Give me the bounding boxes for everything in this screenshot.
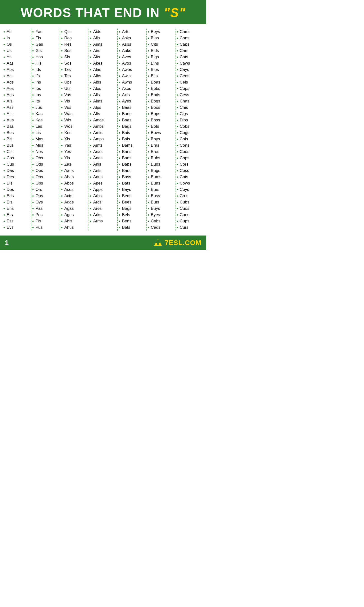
bullet-icon: •	[61, 118, 63, 123]
list-item: •Buns	[148, 180, 174, 186]
word-text: Alls	[93, 92, 100, 97]
list-item: •Cors	[176, 161, 203, 168]
word-text: Ales	[93, 86, 101, 91]
list-item: •Cels	[176, 79, 203, 85]
bullet-icon: •	[90, 111, 91, 117]
list-item: •Cues	[176, 212, 203, 218]
word-text: Des	[7, 175, 14, 179]
bullet-icon: •	[119, 168, 120, 173]
bullet-icon: •	[119, 200, 120, 205]
list-item: •Arks	[90, 212, 117, 218]
list-item: •Pas	[32, 205, 59, 212]
bullet-icon: •	[148, 48, 149, 53]
list-item: •Coss	[176, 168, 203, 174]
list-item: •Alms	[90, 98, 117, 105]
word-text: Acs	[7, 74, 13, 79]
word-text: Akes	[93, 61, 102, 66]
bullet-icon: •	[32, 118, 34, 123]
bullet-icon: •	[3, 55, 5, 60]
list-item: •Cats	[176, 54, 203, 60]
bullet-icon: •	[176, 212, 178, 218]
bullet-icon: •	[32, 212, 34, 218]
bullet-icon: •	[3, 118, 5, 123]
bullet-icon: •	[176, 86, 178, 91]
bullet-icon: •	[61, 219, 63, 224]
bullet-icon: •	[3, 143, 5, 148]
bullet-icon: •	[90, 105, 91, 110]
list-item: •Acts	[61, 193, 88, 199]
word-text: Bins	[151, 61, 159, 66]
word-text: Ats	[7, 111, 13, 116]
list-item: •Bubs	[148, 155, 174, 161]
list-item: •Ares	[90, 205, 117, 212]
word-text: Amas	[93, 118, 104, 123]
word-text: Alds	[93, 80, 101, 85]
bullet-icon: •	[148, 118, 149, 123]
word-text: His	[35, 61, 41, 66]
word-text: Beds	[122, 194, 131, 198]
word-text: Boos	[151, 105, 160, 110]
list-item: •Cits	[148, 41, 174, 48]
bullet-icon: •	[119, 86, 120, 91]
list-item: •Ahis	[61, 218, 88, 224]
bullet-icon: •	[61, 175, 63, 180]
list-item: •Amps	[90, 136, 117, 142]
list-item: •Cess	[176, 92, 203, 98]
list-item: •Bobs	[148, 85, 174, 92]
bullet-icon: •	[148, 55, 149, 60]
list-item: •Pes	[32, 212, 59, 218]
bullet-icon: •	[32, 80, 34, 85]
bullet-icon: •	[119, 194, 120, 198]
word-text: Was	[64, 111, 72, 116]
list-item: •Bads	[119, 111, 145, 117]
bullet-icon: •	[61, 137, 63, 142]
word-text: Das	[7, 168, 14, 173]
list-item: •Aas	[3, 60, 30, 66]
list-item: •Yis	[61, 155, 88, 161]
bullet-icon: •	[90, 48, 91, 53]
bullet-icon: •	[32, 175, 34, 180]
bullet-icon: •	[3, 61, 5, 66]
word-text: Cogs	[180, 130, 189, 135]
bullet-icon: •	[32, 194, 34, 198]
list-item: •Buss	[148, 193, 174, 199]
list-item: •Anes	[90, 155, 117, 161]
bullet-icon: •	[61, 149, 63, 154]
word-text: Ares	[93, 206, 102, 211]
header: WORDS THAT END IN "S"	[0, 0, 206, 24]
word-text: Wis	[64, 118, 71, 123]
word-text: Bars	[122, 168, 130, 173]
list-item: •Amts	[90, 142, 117, 149]
list-item: •Las	[32, 123, 59, 130]
word-text: Arcs	[93, 200, 102, 205]
list-item: •Bods	[148, 92, 174, 98]
footer-page: 1	[5, 239, 9, 247]
word-text: Asps	[122, 42, 131, 47]
list-item: •Cogs	[176, 130, 203, 136]
list-item: •Cos	[3, 155, 30, 161]
word-text: Vis	[64, 99, 70, 104]
bullet-icon: •	[61, 124, 63, 129]
word-text: Aims	[93, 42, 102, 47]
word-text: Sos	[64, 61, 71, 66]
list-item: •Asks	[119, 35, 145, 41]
list-item: •Bias	[148, 35, 174, 41]
list-item: •Ras	[61, 35, 88, 41]
word-text: Oes	[35, 168, 43, 173]
list-item: •Awls	[119, 73, 145, 79]
list-item: •Bams	[119, 142, 145, 149]
bullet-icon: •	[32, 143, 34, 148]
word-text: Bans	[122, 149, 131, 154]
word-text: Coys	[180, 187, 189, 192]
word-text: Ips	[35, 92, 41, 97]
list-item: •Lis	[32, 130, 59, 136]
list-item: •Anis	[90, 161, 117, 168]
word-text: Uts	[64, 86, 71, 91]
word-text: Alps	[93, 105, 101, 110]
bullet-icon: •	[176, 137, 178, 142]
bullet-icon: •	[32, 74, 34, 79]
bullet-icon: •	[119, 61, 120, 66]
bullet-icon: •	[61, 61, 63, 66]
list-item: •Pus	[32, 224, 59, 231]
list-item: •Awes	[119, 66, 145, 73]
